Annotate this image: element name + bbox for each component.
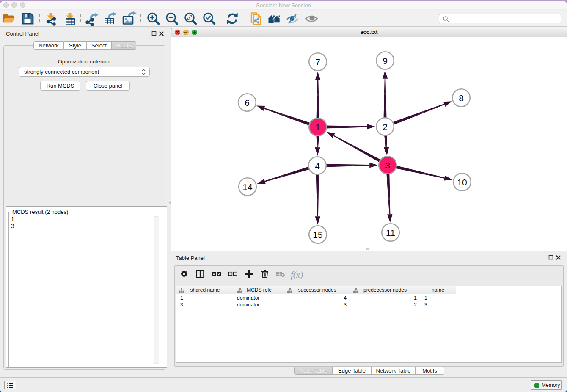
svg-text:1: 1 — [315, 122, 320, 132]
svg-text:9: 9 — [383, 55, 388, 65]
svg-text:11: 11 — [386, 227, 395, 237]
svg-text:7: 7 — [315, 57, 320, 66]
svg-text:4: 4 — [315, 160, 320, 170]
svg-text:15: 15 — [313, 229, 322, 239]
svg-text:8: 8 — [459, 93, 464, 102]
svg-text:6: 6 — [245, 97, 250, 107]
svg-text:10: 10 — [457, 177, 467, 187]
svg-text:3: 3 — [385, 160, 390, 170]
svg-text:14: 14 — [242, 182, 253, 191]
svg-text:2: 2 — [383, 121, 388, 131]
